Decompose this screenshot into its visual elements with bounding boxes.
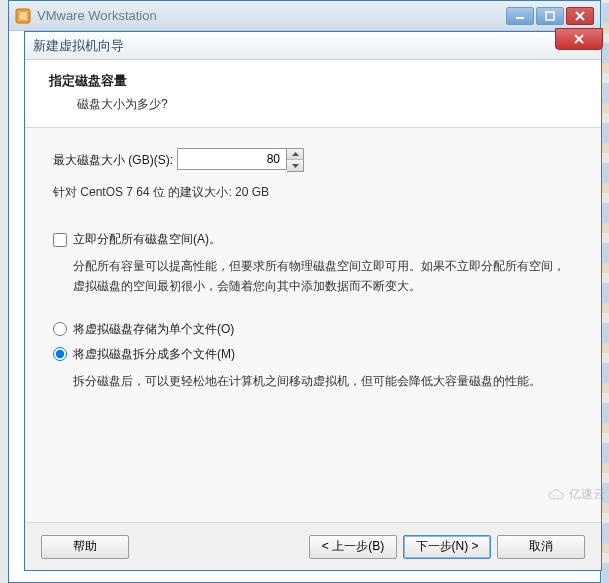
allocate-now-checkbox[interactable] — [53, 233, 67, 247]
disk-size-row: 最大磁盘大小 (GB)(S): — [53, 148, 573, 172]
vmware-logo-icon — [15, 8, 31, 24]
svg-rect-3 — [546, 12, 554, 20]
next-button[interactable]: 下一步(N) > — [403, 535, 491, 559]
main-window-title: VMware Workstation — [37, 8, 504, 23]
dialog-titlebar: 新建虚拟机向导 — [25, 32, 601, 60]
spinner-buttons — [287, 148, 304, 172]
split-file-row: 将虚拟磁盘拆分成多个文件(M) — [53, 346, 573, 363]
single-file-label[interactable]: 将虚拟磁盘存储为单个文件(O) — [73, 321, 234, 338]
split-file-description: 拆分磁盘后，可以更轻松地在计算机之间移动虚拟机，但可能会降低大容量磁盘的性能。 — [73, 371, 573, 391]
vmware-main-window: VMware Workstation 新建虚拟机向导 指定磁盘容量 磁盘大小为多… — [8, 0, 601, 583]
recommended-size-text: 针对 CentOS 7 64 位 的建议大小: 20 GB — [53, 184, 573, 201]
allocate-now-description: 分配所有容量可以提高性能，但要求所有物理磁盘空间立即可用。如果不立即分配所有空间… — [73, 256, 573, 297]
split-file-radio[interactable] — [53, 347, 67, 361]
window-control-group — [504, 7, 594, 25]
split-file-label[interactable]: 将虚拟磁盘拆分成多个文件(M) — [73, 346, 235, 363]
disk-size-spinner — [177, 148, 304, 172]
header-title: 指定磁盘容量 — [49, 72, 577, 90]
dialog-header: 指定磁盘容量 磁盘大小为多少? — [25, 60, 601, 128]
dialog-title: 新建虚拟机向导 — [33, 37, 593, 55]
maximize-button[interactable] — [536, 7, 564, 25]
disk-size-input[interactable] — [177, 148, 287, 170]
single-file-row: 将虚拟磁盘存储为单个文件(O) — [53, 321, 573, 338]
new-vm-wizard-dialog: 新建虚拟机向导 指定磁盘容量 磁盘大小为多少? 最大磁盘大小 (GB)(S): — [24, 31, 602, 571]
allocate-now-row: 立即分配所有磁盘空间(A)。 — [53, 231, 573, 248]
single-file-radio[interactable] — [53, 322, 67, 336]
header-subtitle: 磁盘大小为多少? — [77, 96, 577, 113]
back-button[interactable]: < 上一步(B) — [309, 535, 397, 559]
dialog-footer: 帮助 < 上一步(B) 下一步(N) > 取消 — [25, 522, 601, 570]
spinner-down-button[interactable] — [287, 160, 303, 171]
main-close-button[interactable] — [566, 7, 594, 25]
svg-rect-1 — [19, 12, 27, 20]
dialog-close-button[interactable] — [555, 28, 603, 50]
disk-size-label: 最大磁盘大小 (GB)(S): — [53, 152, 173, 169]
svg-marker-9 — [292, 164, 299, 168]
help-button[interactable]: 帮助 — [41, 535, 129, 559]
decorative-edge — [602, 0, 609, 583]
allocate-now-label[interactable]: 立即分配所有磁盘空间(A)。 — [73, 231, 221, 248]
minimize-button[interactable] — [506, 7, 534, 25]
main-titlebar: VMware Workstation — [9, 1, 600, 31]
svg-marker-8 — [292, 152, 299, 156]
cancel-button[interactable]: 取消 — [497, 535, 585, 559]
dialog-body: 最大磁盘大小 (GB)(S): 针对 CentOS 7 64 位 的建议大小: … — [25, 128, 601, 528]
spinner-up-button[interactable] — [287, 149, 303, 160]
